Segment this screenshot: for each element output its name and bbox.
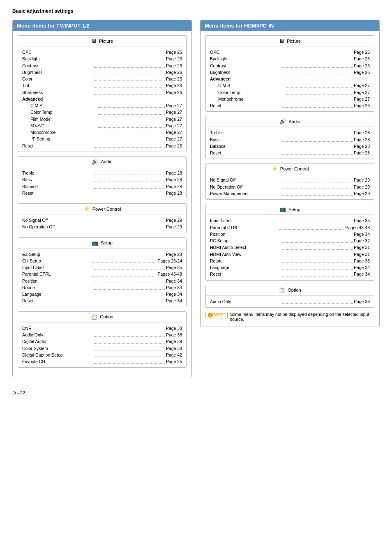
right-section-box: Menu items for HDMI/PC-IN 🖥 Picture OPCP… — [200, 20, 380, 327]
setup-right-items: Input LabelPage 35 Parental CTRLPages 43… — [206, 215, 374, 280]
setup-left-icon: 📺 — [92, 240, 98, 246]
setup-right-subsection: 📺 Setup Input LabelPage 35 Parental CTRL… — [205, 204, 374, 280]
audio-left-label: Audio — [101, 159, 112, 164]
power-left-subsection: ⚡ Power Control No Signal OffPage 29 No … — [18, 203, 187, 233]
picture-right-items: OPCPage 26 BacklightPage 26 ContrastPage… — [206, 46, 374, 111]
picture-right-subsection: 🖥 Picture OPCPage 26 BacklightPage 26 Co… — [205, 35, 374, 112]
note-section: NOTE Some menu items may not be displaye… — [205, 312, 374, 322]
right-col-header-label: Menu items for HDMI/PC-IN — [205, 23, 274, 29]
list-item: OPCPage 26 — [22, 49, 182, 55]
list-item: PositionPage 34 — [22, 278, 182, 284]
list-item: Audio OnlyPage 38 — [22, 332, 182, 338]
option-left-label: Option — [100, 314, 113, 319]
audio-right-icon: 🔊 — [279, 118, 286, 124]
list-item: DNRPage 38 — [22, 325, 182, 332]
picture-right-icon: 🖥 — [279, 38, 284, 44]
list-item: HDMI Auto ViewPage 31 — [210, 251, 370, 258]
list-item: BassPage 28 — [210, 136, 370, 143]
list-item: TreblePage 28 — [22, 170, 182, 176]
list-item: PC SetupPage 32 — [210, 237, 370, 244]
page-number: ⊕ - 22 — [12, 390, 380, 396]
audio-left-items: TreblePage 28 BassPage 28 BalancePage 28… — [18, 167, 186, 199]
list-item: OPCPage 26 — [210, 49, 370, 55]
picture-left-items: OPCPage 26 BacklightPage 26 ContrastPage… — [18, 46, 186, 152]
setup-left-header: 📺 Setup — [18, 238, 186, 249]
list-item: MonochromePage 27 — [210, 96, 370, 102]
setup-right-label: Setup — [288, 207, 300, 212]
note-box: NOTE Some menu items may not be displaye… — [205, 312, 374, 322]
list-item: ColorPage 26 — [22, 76, 182, 82]
list-item: ResetPage 26 — [210, 102, 370, 109]
list-item: ResetPage 34 — [22, 297, 182, 304]
right-col-header: Menu items for HDMI/PC-IN — [201, 20, 379, 31]
power-left-items: No Signal OffPage 29 No Operation OffPag… — [18, 214, 186, 233]
list-item: HDMI Audio SelectPage 31 — [210, 244, 370, 251]
power-left-label: Power Control — [92, 207, 121, 212]
list-item: PositionPage 34 — [210, 231, 370, 237]
picture-left-subsection: 🖥 Picture OPCPage 26 BacklightPage 26 Co… — [18, 35, 187, 152]
list-item: No Operation OffPage 29 — [22, 223, 182, 230]
list-item: RotatePage 33 — [22, 284, 182, 291]
setup-left-subsection: 📺 Setup EZ SetupPage 23 CH SetupPages 23… — [18, 237, 187, 307]
list-item: Advanced — [22, 96, 182, 102]
list-item: ResetPage 28 — [210, 150, 370, 156]
list-item: No Operation OffPage 29 — [210, 184, 370, 190]
list-item: LanguagePage 34 — [22, 291, 182, 297]
list-item: TreblePage 28 — [210, 129, 370, 136]
list-item: EZ SetupPage 23 — [22, 251, 182, 258]
power-right-items: No Signal OffPage 29 No Operation OffPag… — [206, 174, 374, 199]
audio-left-subsection: 🔊 Audio TreblePage 28 BassPage 28 Balanc… — [18, 156, 187, 199]
list-item: MonochromePage 27 — [22, 129, 182, 136]
page-title: Basic adjustment settings — [12, 8, 380, 16]
left-col-header-label: Menu items for TV/INPUT 1/2 — [17, 23, 90, 29]
list-item: C.M.S.Page 27 — [22, 102, 182, 109]
option-right-label: Option — [288, 288, 301, 292]
list-item: ResetPage 28 — [22, 190, 182, 196]
left-column: Menu items for TV/INPUT 1/2 🖥 Picture OP… — [12, 20, 192, 382]
audio-right-items: TreblePage 28 BassPage 28 BalancePage 28… — [206, 127, 374, 159]
list-item: RotatePage 33 — [210, 258, 370, 264]
option-left-icon: 📋 — [91, 314, 97, 320]
power-left-header: ⚡ Power Control — [18, 204, 186, 214]
setup-right-header: 📺 Setup — [206, 204, 374, 215]
picture-left-label: Picture — [99, 39, 113, 44]
setup-left-label: Setup — [101, 240, 113, 245]
list-item: No Signal OffPage 29 — [210, 177, 370, 183]
note-text: Some menu items may not be displayed dep… — [230, 312, 374, 322]
list-item: No Signal OffPage 29 — [22, 217, 182, 223]
list-item: Advanced — [210, 76, 370, 82]
list-item: BacklightPage 26 — [22, 55, 182, 62]
note-badge: NOTE — [205, 312, 228, 318]
option-left-subsection: 📋 Option DNRPage 38 Audio OnlyPage 38 Di… — [18, 311, 187, 368]
list-item: Film ModePage 27 — [22, 116, 182, 122]
list-item: ResetPage 34 — [210, 271, 370, 277]
audio-right-subsection: 🔊 Audio TreblePage 28 BassPage 28 Balanc… — [205, 116, 374, 159]
list-item: C.M.S.Page 27 — [210, 82, 370, 89]
list-item: Parental CTRLPages 43-48 — [210, 224, 370, 231]
setup-left-items: EZ SetupPage 23 CH SetupPages 23-24 Inpu… — [18, 249, 186, 307]
note-badge-label: NOTE — [214, 313, 225, 317]
audio-left-header: 🔊 Audio — [18, 157, 186, 167]
note-icon — [208, 313, 213, 318]
option-left-header: 📋 Option — [18, 312, 186, 322]
power-right-subsection: ⚡ Power Control No Signal OffPage 29 No … — [205, 163, 374, 200]
list-item: ContrastPage 26 — [22, 62, 182, 69]
audio-left-icon: 🔊 — [92, 159, 98, 165]
power-right-header: ⚡ Power Control — [206, 164, 374, 174]
list-item: Power ManagementPage 29 — [210, 190, 370, 197]
list-item: Parental CTRLPages 43-48 — [22, 271, 182, 277]
list-item: Color Temp.Page 27 — [210, 89, 370, 96]
option-right-header: 📋 Option — [206, 285, 374, 296]
list-item: Favorite CHPage 25 — [22, 358, 182, 365]
list-item: BassPage 28 — [22, 176, 182, 183]
picture-left-header: 🖥 Picture — [18, 36, 186, 46]
list-item: Color SystemPage 38 — [22, 345, 182, 352]
list-item: BalancePage 28 — [210, 143, 370, 150]
power-right-icon: ⚡ — [271, 166, 278, 172]
left-col-header: Menu items for TV/INPUT 1/2 — [13, 20, 191, 31]
option-right-subsection: 📋 Option Audio OnlyPage 38 — [205, 285, 374, 308]
list-item: 3D-Y/CPage 27 — [22, 122, 182, 129]
list-item: Input LabelPage 35 — [22, 264, 182, 271]
option-left-items: DNRPage 38 Audio OnlyPage 38 Digital Aud… — [18, 322, 186, 368]
list-item: Input LabelPage 35 — [210, 217, 370, 224]
